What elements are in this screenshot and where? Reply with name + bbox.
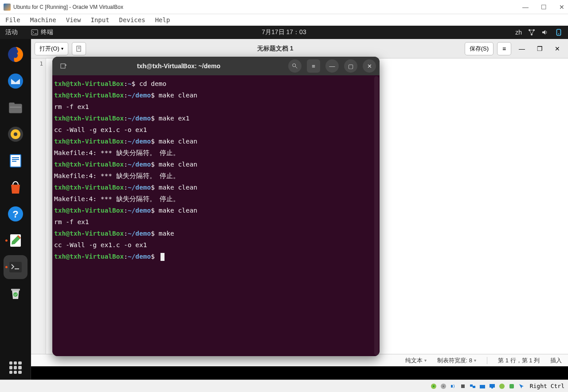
running-dot-icon [5,266,8,268]
vbox-menu-machine[interactable]: Machine [27,16,59,24]
svg-point-31 [443,385,444,387]
vbox-menubar: File Machine View Input Devices Help [0,14,568,26]
vbox-window-title: Ubuntu for C [Running] - Oracle VM Virtu… [13,4,123,10]
dock-firefox[interactable] [4,43,27,66]
gedit-save-button[interactable]: 保存(S) [465,42,494,55]
vbox-network-icon[interactable] [469,382,477,390]
dock-terminal[interactable] [4,255,27,279]
terminal-line: txh@txh-VirtualBox:~/demo$ [54,251,378,262]
terminal-newtab-button[interactable] [56,59,71,73]
vbox-minimize-button[interactable]: — [522,4,529,11]
writer-icon [7,152,24,170]
terminal-line: txh@txh-VirtualBox:~/demo$ make clean [54,159,378,170]
vbox-menu-help[interactable]: Help [153,16,173,24]
terminal-title: txh@txh-VirtualBox: ~/demo [74,62,283,70]
gedit-open-button[interactable]: 打开(O)▾ [35,42,68,55]
trash-icon [7,285,24,303]
gedit-newtab-button[interactable] [72,42,86,55]
vbox-recording-icon[interactable] [498,382,506,390]
vbox-titlebar: Ubuntu for C [Running] - Oracle VM Virtu… [0,0,568,14]
terminal-line: Makefile:4: *** 缺失分隔符。 停止。 [54,170,378,182]
vbox-cpu-icon[interactable] [508,382,516,390]
files-icon [6,98,25,117]
vbox-hdd-icon[interactable] [430,382,438,390]
vbox-display-icon[interactable] [488,382,496,390]
terminal-line: txh@txh-VirtualBox:~$ cd demo [54,78,378,89]
vbox-audio-icon[interactable] [449,382,457,390]
vbox-hostkey-label: Right Ctrl [530,383,564,389]
vbox-shared-folder-icon[interactable] [478,382,486,390]
terminal-scrollbar[interactable] [374,76,379,355]
terminal-body[interactable]: txh@txh-VirtualBox:~$ cd demotxh@txh-Vir… [52,75,380,356]
dock-show-apps[interactable] [4,356,27,380]
dock-libreoffice-writer[interactable] [4,149,27,173]
volume-icon[interactable] [541,29,548,36]
gedit-maximize-button[interactable]: ❐ [533,42,547,55]
vbox-close-button[interactable]: ✕ [559,4,564,11]
svg-rect-23 [11,289,20,291]
gedit-status-tabwidth[interactable]: 制表符宽度: 8 [437,357,476,365]
dock-texteditor[interactable] [4,229,27,252]
vbox-menu-view[interactable]: View [63,16,84,24]
firefox-icon [7,46,24,63]
dock-software[interactable] [4,175,27,199]
terminal-line: rm -f ex1 [54,216,378,228]
gedit-hamburger-button[interactable]: ≡ [497,42,511,55]
svg-rect-18 [12,161,16,162]
activities-button[interactable]: 活动 [5,28,18,36]
dock-thunderbird[interactable] [4,69,27,93]
dock-help[interactable]: ? [4,202,27,226]
svg-point-7 [8,74,23,89]
vbox-optical-icon[interactable] [439,382,447,390]
gedit-minimize-button[interactable]: — [515,42,529,55]
gedit-close-button[interactable]: ✕ [550,42,564,55]
terminal-line: cc -Wall -g ex1.c -o ex1 [54,239,378,251]
vbox-menu-file[interactable]: File [3,16,23,24]
network-icon[interactable] [528,29,535,36]
terminal-menu-button[interactable]: ≡ [307,59,320,73]
gedit-save-label: 保存(S) [470,45,489,53]
vbox-maximize-button[interactable]: ☐ [541,4,547,11]
dock-files[interactable] [4,96,27,120]
svg-rect-40 [509,384,514,388]
texteditor-icon [7,232,24,249]
svg-rect-32 [451,385,453,388]
topbar-clock[interactable]: 7月17日 17：03 [262,28,306,36]
chevron-down-icon: ▾ [61,46,63,51]
shopping-bag-icon [7,179,24,196]
input-lang-indicator[interactable]: zh [515,29,522,36]
terminal-maximize-button[interactable]: ▢ [344,59,357,73]
terminal-cursor [161,253,165,261]
vbox-usb-icon[interactable] [459,382,467,390]
ubuntu-dock: ? [0,39,31,380]
svg-point-27 [293,64,296,67]
terminal-icon [31,29,38,36]
gedit-line-number: 1 [39,60,43,67]
terminal-line: txh@txh-VirtualBox:~/demo$ make ex1 [54,113,378,124]
vbox-menu-input[interactable]: Input [88,16,112,24]
vbox-mouse-icon[interactable] [517,382,525,390]
terminal-line: txh@txh-VirtualBox:~/demo$ make clean [54,136,378,147]
dock-rhythmbox[interactable] [4,122,27,146]
svg-rect-33 [461,384,465,388]
svg-rect-37 [490,384,495,388]
svg-point-29 [433,385,435,387]
terminal-line: Makefile:4: *** 缺失分隔符。 停止。 [54,193,378,205]
speaker-icon [7,125,24,143]
svg-rect-36 [480,385,485,388]
help-icon: ? [7,205,24,223]
gedit-status-mode[interactable]: 纯文本 [405,357,427,365]
guest-display: 活动 终端 7月17日 17：03 zh ? 打开(O)▾ [0,26,568,380]
terminal-line: rm -f ex1 [54,101,378,113]
svg-rect-26 [61,64,65,68]
gedit-open-label: 打开(O) [39,45,59,53]
power-icon[interactable] [555,28,563,36]
terminal-minimize-button[interactable]: — [325,59,339,73]
vbox-menu-devices[interactable]: Devices [117,16,148,24]
topbar-app-indicator[interactable]: 终端 [31,28,53,36]
terminal-search-button[interactable] [288,59,302,73]
dock-trash[interactable] [4,282,27,306]
svg-rect-0 [31,30,38,35]
terminal-close-button[interactable]: ✕ [363,59,376,73]
svg-point-13 [14,132,17,136]
